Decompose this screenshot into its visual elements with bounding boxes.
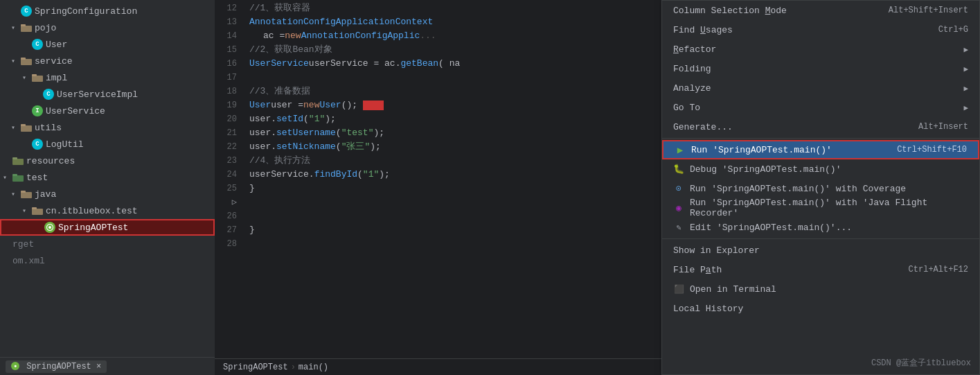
menu-file-path[interactable]: File Path Ctrl+Alt+F12 — [662, 260, 979, 279]
arrow-refactor: ▶ — [963, 45, 968, 54]
label-spring-config: SpringConfiguration — [35, 6, 137, 17]
icon-spring-aop — [44, 222, 55, 233]
status-bar: SpringAOPTest › main() — [215, 358, 661, 375]
menu-run-main[interactable]: ▶ Run 'SpringAOPTest.main()' Ctrl+Shift+… — [662, 140, 979, 159]
menu-generate[interactable]: Generate... Alt+Insert — [662, 117, 979, 137]
code-line-24: userService. findById ( "1" ); — [249, 168, 661, 182]
menu-item-left-explorer: Show in Explorer — [673, 245, 760, 256]
tree-item-target[interactable]: rget — [0, 236, 215, 252]
tree-item-test[interactable]: test — [0, 169, 215, 186]
tree-item-user[interactable]: C User — [0, 36, 215, 53]
code-line-21: user. setUsername ( "test" ); — [249, 126, 661, 140]
tree-item-user-service[interactable]: I UserService — [0, 103, 215, 119]
menu-open-terminal[interactable]: ⬛ Open in Terminal — [662, 279, 979, 299]
brand-watermark: CSDN @蓝盒子itbluebox — [871, 357, 971, 369]
label-cn-test: cn.itbluebox.test — [46, 206, 138, 216]
breadcrumb-separator: › — [291, 363, 296, 372]
svg-rect-0 — [21, 26, 32, 32]
label-pom: om.xml — [12, 256, 45, 266]
tree-item-impl[interactable]: impl — [0, 69, 215, 86]
arrow-test — [3, 173, 11, 182]
tree-item-java[interactable]: java — [0, 186, 215, 202]
icon-folder-java — [21, 190, 32, 198]
shortcut-column: Alt+Shift+Insert — [889, 6, 968, 15]
tree-item-pom[interactable]: om.xml — [0, 252, 215, 269]
icon-folder-service — [21, 57, 32, 65]
code-line-19: User user = new User (); — [249, 98, 661, 112]
menu-column-selection[interactable]: Column Selection Mode Alt+Shift+Insert — [662, 1, 979, 20]
menu-label-flight: Run 'SpringAOPTest.main()' with 'Java Fl… — [690, 198, 968, 218]
menu-run-coverage[interactable]: ⊙ Run 'SpringAOPTest.main()' with Covera… — [662, 179, 979, 198]
menu-item-left-filepath: File Path — [673, 265, 722, 275]
icon-folder-test — [12, 173, 24, 182]
shortcut-run: Ctrl+Shift+F10 — [897, 145, 967, 155]
arrow-goto: ▶ — [963, 103, 968, 112]
arrow-analyze: ▶ — [963, 84, 968, 93]
code-line-23: //4、执行方法 — [249, 154, 661, 168]
tree-item-log-util[interactable]: C LogUtil — [0, 136, 215, 152]
arrow-us — [22, 107, 30, 115]
arrow-resources — [3, 157, 11, 165]
code-line-26 — [249, 209, 661, 223]
menu-item-left-refactor: Refactor — [673, 44, 716, 55]
code-line-17 — [249, 71, 661, 85]
breadcrumb-file: SpringAOPTest — [223, 363, 288, 372]
code-line-13: AnnotationConfigApplicationContext — [249, 15, 661, 29]
file-tree: C SpringConfiguration pojo C User servic… — [0, 0, 215, 375]
menu-item-left-flight: ◉ Run 'SpringAOPTest.main()' with 'Java … — [673, 198, 968, 218]
tree-item-pojo[interactable]: pojo — [0, 19, 215, 36]
menu-show-explorer[interactable]: Show in Explorer — [662, 241, 979, 260]
svg-rect-14 — [32, 209, 43, 215]
tree-item-cn-test[interactable]: cn.itbluebox.test — [0, 202, 215, 219]
arrow-pom — [3, 256, 11, 265]
line-numbers: 12 13 14 15 16 17 18 19 20 21 22 23 24 2… — [215, 0, 242, 358]
code-line-20: user. setId ( "1" ); — [249, 112, 661, 126]
tree-item-user-service-impl[interactable]: C UserServiceImpl — [0, 86, 215, 103]
icon-user: C — [32, 39, 43, 50]
tree-item-spring-aop-test[interactable]: SpringAOPTest — [0, 219, 215, 236]
menu-label-edit: Edit 'SpringAOPTest.main()'... — [690, 223, 852, 233]
icon-folder-impl — [32, 73, 43, 82]
menu-item-left-edit: ✎ Edit 'SpringAOPTest.main()'... — [673, 222, 852, 233]
icon-folder-resources — [12, 157, 24, 165]
tree-item-service[interactable]: service — [0, 53, 215, 69]
menu-sep-1 — [662, 138, 979, 139]
svg-rect-10 — [12, 175, 24, 182]
icon-logutil: C — [32, 139, 43, 150]
svg-rect-9 — [12, 157, 17, 159]
svg-rect-2 — [21, 59, 32, 65]
shortcut-filepath: Ctrl+Alt+F12 — [909, 265, 968, 274]
menu-debug-main[interactable]: 🐛 Debug 'SpringAOPTest.main()' — [662, 159, 979, 179]
menu-label-refactor: Refactor — [673, 44, 716, 55]
label-test: test — [26, 173, 48, 183]
label-us: UserService — [46, 106, 105, 116]
menu-goto[interactable]: Go To ▶ — [662, 98, 979, 117]
menu-analyze[interactable]: Analyze ▶ — [662, 78, 979, 98]
menu-item-left-analyze: Analyze — [673, 83, 711, 94]
menu-folding[interactable]: Folding ▶ — [662, 59, 979, 78]
svg-rect-13 — [21, 191, 26, 193]
tab-spring-aop-test[interactable]: ● SpringAOPTest × — [6, 360, 107, 373]
icon-folder-cn-test — [32, 207, 43, 215]
menu-run-flight[interactable]: ◉ Run 'SpringAOPTest.main()' with 'Java … — [662, 198, 979, 218]
tree-item-utils[interactable]: utils — [0, 119, 215, 136]
breadcrumb: SpringAOPTest › main() — [223, 363, 328, 372]
arrow-spring-aop — [35, 223, 43, 232]
tree-item-spring-config[interactable]: C SpringConfiguration — [0, 3, 215, 19]
menu-item-left-generate: Generate... — [673, 122, 733, 132]
menu-label-analyze: Analyze — [673, 83, 711, 94]
menu-local-history[interactable]: Local History — [662, 299, 979, 318]
menu-label-history: Local History — [673, 304, 743, 314]
label-logutil: LogUtil — [46, 139, 84, 150]
menu-find-usages[interactable]: Find Usages Ctrl+G — [662, 20, 979, 40]
tree-item-resources[interactable]: resources — [0, 152, 215, 169]
label-resources: resources — [26, 156, 75, 166]
code-area[interactable]: //1、获取容器 AnnotationConfigApplicationCont… — [242, 0, 661, 358]
menu-edit-main[interactable]: ✎ Edit 'SpringAOPTest.main()'... — [662, 218, 979, 237]
label-utils: utils — [35, 123, 62, 133]
arrow-pojo — [11, 24, 19, 32]
icon-usi: C — [43, 89, 54, 100]
arrow-service — [11, 57, 19, 65]
svg-rect-6 — [21, 125, 32, 132]
menu-refactor[interactable]: Refactor ▶ — [662, 40, 979, 59]
